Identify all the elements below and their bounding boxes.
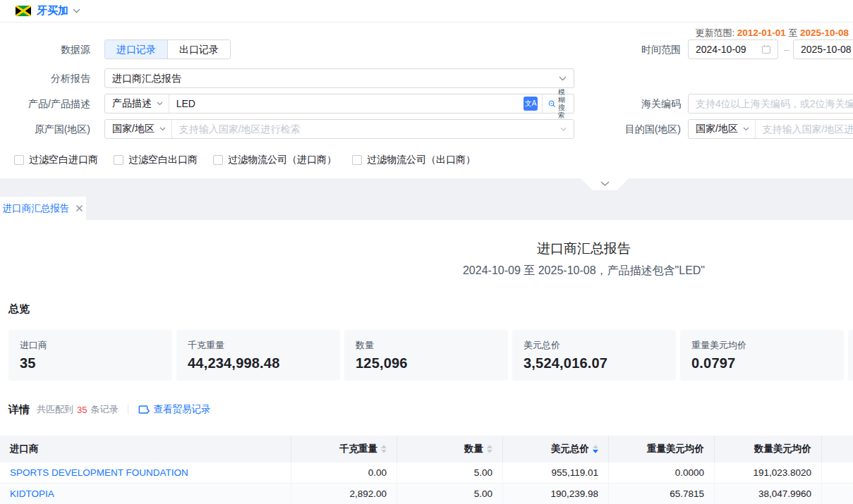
overview-cards: 进口商35千克重量44,234,998.48数量125,096美元总价3,524…: [8, 330, 853, 381]
origin-search-input[interactable]: [172, 123, 556, 135]
chevron-down-icon: [743, 127, 749, 131]
jamaica-flag-icon: [16, 6, 31, 16]
tab-importer-summary-report[interactable]: 进口商汇总报告: [0, 197, 86, 220]
country-selector[interactable]: 牙买加: [37, 4, 68, 18]
cell-5: 191,023.8020: [715, 462, 822, 483]
cell-3: 955,119.01: [503, 462, 609, 483]
update-range-label: 更新范围:: [695, 27, 734, 38]
chevron-down-icon: [159, 127, 166, 131]
data-source-tabs: 进口记录出口记录: [104, 39, 231, 59]
filter-checkbox-0[interactable]: 过滤空白进口商: [14, 154, 98, 166]
overview-card-value: 0.0797: [691, 355, 833, 371]
destination-type-value: 国家/地区: [696, 123, 738, 135]
collapse-panel-handle[interactable]: [581, 178, 629, 190]
hs-code-input[interactable]: [689, 98, 853, 109]
product-label: 产品/产品描述: [0, 94, 97, 113]
fuzzy-label-line1: 模糊: [558, 88, 568, 104]
translate-icon[interactable]: 文A: [524, 97, 538, 111]
origin-type-select[interactable]: 国家/地区: [105, 120, 171, 138]
column-header-label: 数量: [464, 443, 483, 455]
sort-icon[interactable]: [487, 445, 492, 453]
checkbox-icon: [213, 155, 223, 165]
table-body: SPORTS DEVELOPMENT FOUNDATION0.005.00955…: [0, 462, 853, 504]
hs-code-field[interactable]: [688, 94, 853, 113]
chevron-down-icon: [559, 76, 567, 81]
date-end-input[interactable]: [794, 44, 853, 55]
product-description-input[interactable]: [169, 98, 519, 109]
product-type-select[interactable]: 产品描述: [105, 94, 169, 113]
report-select[interactable]: 进口商汇总报告: [104, 68, 574, 88]
hs-code-label: 海关编码: [605, 94, 681, 113]
sort-asc-caret: [593, 445, 598, 448]
trade-records-icon: [138, 405, 150, 414]
column-header-label: 数量美元均价: [754, 443, 811, 455]
fuzzy-label-line2: 搜索: [558, 104, 568, 119]
data-source-tab-1[interactable]: 出口记录: [167, 40, 230, 59]
update-range: 更新范围: 2012-01-01 至 2025-10-08: [695, 27, 849, 39]
column-header-0: 进口商: [0, 436, 291, 462]
overview-card-label: 千克重量: [188, 339, 329, 352]
sort-icon[interactable]: [593, 445, 598, 453]
column-header-label: 进口商: [10, 443, 39, 455]
tab-label: 进口商汇总报告: [3, 202, 70, 215]
importer-link[interactable]: KIDTOPIA: [0, 484, 291, 504]
match-suffix: 条记录: [90, 403, 118, 416]
destination-search-input[interactable]: [756, 123, 853, 135]
column-header-2[interactable]: 数量: [397, 436, 503, 462]
report-select-label: 分析报告: [0, 68, 97, 88]
close-icon[interactable]: [75, 204, 83, 212]
overview-card-partial: [848, 330, 853, 381]
calendar-icon: [761, 44, 771, 54]
data-source-label: 数据源: [0, 39, 97, 59]
update-range-end: 2025-10-08: [800, 27, 849, 38]
importer-link[interactable]: SPORTS DEVELOPMENT FOUNDATION: [0, 462, 291, 483]
chevron-down-icon: [560, 127, 567, 132]
cell-filler: [822, 484, 853, 504]
overview-card-label: 重量美元均价: [691, 339, 833, 352]
chevron-down-icon: [600, 181, 610, 187]
column-header-filler: [822, 436, 853, 462]
chevron-down-icon[interactable]: [73, 8, 80, 13]
view-trade-records-label: 查看贸易记录: [153, 403, 210, 416]
report-title: 进口商汇总报告: [0, 240, 853, 258]
date-end-field[interactable]: [793, 39, 853, 59]
view-trade-records-link[interactable]: 查看贸易记录: [138, 403, 210, 416]
overview-card-value: 35: [20, 355, 161, 371]
report-subtitle: 2024-10-09 至 2025-10-08，产品描述包含"LED": [0, 264, 853, 278]
destination-type-select[interactable]: 国家/地区: [689, 120, 755, 138]
cell-4: 65.7815: [609, 484, 715, 504]
fuzzy-search-button[interactable]: 模糊 搜索: [543, 88, 574, 119]
sort-asc-caret: [487, 445, 492, 448]
sort-icon[interactable]: [381, 445, 387, 453]
filter-checkbox-1[interactable]: 过滤空白出口商: [114, 154, 198, 166]
chevron-down-icon: [157, 102, 163, 106]
overview-heading: 总览: [8, 302, 30, 316]
sort-asc-caret: [381, 445, 387, 448]
origin-type-value: 国家/地区: [112, 123, 155, 135]
date-start-field[interactable]: [688, 39, 778, 59]
filter-checkbox-3[interactable]: 过滤物流公司（出口商）: [352, 154, 476, 166]
report-select-value: 进口商汇总报告: [105, 69, 188, 87]
details-heading: 详情: [8, 403, 30, 417]
sort-desc-caret: [593, 450, 598, 453]
overview-card-1: 千克重量44,234,998.48: [176, 330, 340, 381]
overview-card-label: 进口商: [20, 339, 161, 352]
data-source-tab-0[interactable]: 进口记录: [105, 40, 167, 59]
cell-3: 190,239.98: [503, 484, 609, 504]
overview-card-value: 44,234,998.48: [188, 355, 329, 371]
match-prefix: 共匹配到: [37, 403, 73, 416]
table-row: SPORTS DEVELOPMENT FOUNDATION0.005.00955…: [0, 462, 853, 484]
column-header-3[interactable]: 美元总价: [503, 436, 609, 462]
filter-checkbox-label: 过滤物流公司（出口商）: [367, 154, 476, 166]
time-range-label: 时间范围: [605, 39, 681, 59]
checkbox-icon: [14, 155, 24, 165]
date-start-input[interactable]: [689, 44, 761, 55]
column-header-1[interactable]: 千克重量: [291, 436, 397, 462]
filter-panel: 更新范围: 2012-01-01 至 2025-10-08 数据源 进口记录出口…: [0, 23, 853, 178]
product-type-value: 产品描述: [112, 97, 152, 110]
filter-checkbox-2[interactable]: 过滤物流公司（进口商）: [213, 154, 337, 166]
sort-desc-caret: [487, 450, 492, 453]
column-header-label: 美元总价: [551, 443, 589, 455]
overview-card-2: 数量125,096: [344, 330, 508, 381]
column-header-4: 重量美元均价: [609, 436, 715, 462]
